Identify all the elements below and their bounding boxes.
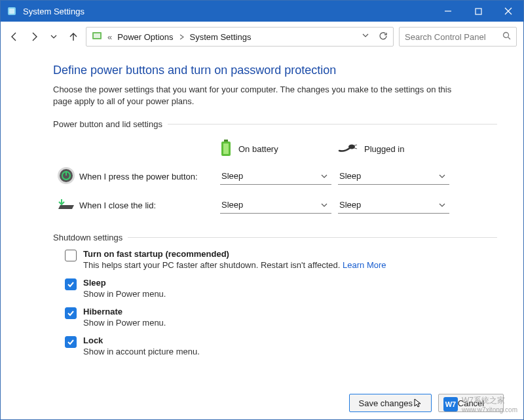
chevron-down-icon	[321, 202, 328, 208]
select-power-button-plugged[interactable]: Sleep	[338, 168, 449, 185]
svg-line-15	[354, 148, 357, 149]
select-power-button-plugged-value: Sleep	[339, 171, 361, 181]
select-close-lid-battery[interactable]: Sleep	[220, 197, 331, 214]
checkbox-lock[interactable]	[65, 336, 77, 348]
svg-rect-7	[94, 33, 100, 38]
group-power-button-lid: Power button and lid settings	[53, 119, 497, 129]
chevron-down-icon	[439, 173, 445, 180]
column-plugged-in-label: Plugged in	[364, 144, 404, 154]
option-hibernate-title: Hibernate	[83, 307, 166, 316]
checkbox-fast-startup[interactable]	[65, 250, 77, 261]
save-changes-button[interactable]: Save changes	[349, 394, 432, 412]
select-power-button-battery[interactable]: Sleep	[220, 168, 331, 185]
svg-point-8	[504, 33, 509, 38]
power-button-icon	[57, 166, 75, 187]
forward-button[interactable]	[27, 29, 41, 44]
row-close-lid-label: When I close the lid:	[79, 200, 220, 210]
window-title: System Settings	[23, 7, 84, 16]
chevron-down-icon	[439, 202, 445, 208]
page-heading: Define power buttons and turn on passwor…	[53, 64, 497, 77]
group-power-button-lid-label: Power button and lid settings	[53, 119, 162, 129]
plug-icon	[338, 143, 358, 155]
svg-line-14	[354, 145, 357, 145]
row-close-lid: When I close the lid: Sleep Sleep	[53, 191, 497, 220]
power-settings-grid: On battery Plugged in When I press the p…	[53, 136, 497, 220]
checkbox-hibernate[interactable]	[65, 307, 77, 319]
back-button[interactable]	[7, 29, 22, 44]
select-close-lid-plugged[interactable]: Sleep	[338, 197, 449, 214]
breadcrumb-power-options[interactable]: Power Options	[117, 32, 173, 42]
battery-icon	[220, 140, 232, 159]
option-fast-startup-title: Turn on fast startup (recommended)	[83, 249, 386, 259]
close-button[interactable]	[493, 1, 523, 22]
up-button[interactable]	[66, 29, 81, 44]
column-on-battery-label: On battery	[238, 144, 278, 154]
option-hibernate-subtitle: Show in Power menu.	[83, 318, 166, 328]
svg-point-13	[348, 144, 355, 149]
row-power-button-label: When I press the power button:	[79, 172, 220, 181]
option-fast-startup: Turn on fast startup (recommended) This …	[65, 249, 497, 270]
window-frame: System Settings « Power Options System S…	[0, 0, 524, 420]
column-on-battery: On battery	[220, 140, 338, 159]
app-icon	[6, 5, 18, 17]
svg-rect-12	[223, 143, 229, 154]
refresh-button[interactable]	[379, 31, 388, 43]
group-shutdown-settings-label: Shutdown settings	[53, 233, 122, 242]
search-placeholder: Search Control Panel	[405, 32, 497, 42]
breadcrumb-root-sep: «	[107, 32, 112, 42]
svg-rect-1	[9, 9, 14, 14]
control-panel-icon	[92, 31, 102, 43]
search-icon	[502, 31, 511, 42]
option-hibernate: Hibernate Show in Power menu.	[65, 307, 497, 328]
option-lock-title: Lock	[83, 335, 200, 345]
titlebar: System Settings	[1, 1, 523, 22]
checkbox-sleep[interactable]	[65, 278, 77, 290]
address-dropdown-button[interactable]	[362, 31, 369, 43]
maximize-button[interactable]	[463, 1, 493, 22]
shutdown-options: Turn on fast startup (recommended) This …	[53, 249, 497, 356]
cursor-icon	[414, 398, 422, 408]
toolbar: « Power Options System Settings Search C…	[1, 22, 523, 52]
lid-icon	[56, 197, 76, 214]
svg-rect-3	[476, 9, 481, 14]
option-lock-subtitle: Show in account picture menu.	[83, 347, 200, 356]
option-lock: Lock Show in account picture menu.	[65, 335, 497, 356]
content-area: Define power buttons and turn on passwor…	[1, 52, 523, 387]
group-shutdown-settings: Shutdown settings	[53, 233, 497, 242]
row-power-button: When I press the power button: Sleep Sle…	[53, 162, 497, 191]
search-box[interactable]: Search Control Panel	[399, 27, 517, 47]
option-sleep-title: Sleep	[83, 278, 166, 288]
minimize-button[interactable]	[433, 1, 463, 22]
option-fast-startup-subtitle: This helps start your PC faster after sh…	[83, 260, 386, 270]
cancel-button[interactable]: Cancel	[438, 394, 504, 412]
select-close-lid-battery-value: Sleep	[221, 200, 243, 210]
chevron-down-icon	[321, 173, 328, 180]
column-plugged-in: Plugged in	[338, 143, 456, 155]
learn-more-link[interactable]: Learn More	[343, 260, 386, 270]
breadcrumb-system-settings[interactable]: System Settings	[190, 32, 252, 42]
page-description: Choose the power settings that you want …	[53, 84, 472, 107]
chevron-right-icon	[179, 32, 185, 42]
option-sleep-subtitle: Show in Power menu.	[83, 289, 166, 299]
save-changes-label: Save changes	[359, 398, 413, 408]
svg-line-9	[508, 37, 511, 40]
select-close-lid-plugged-value: Sleep	[339, 200, 361, 210]
footer: Save changes Cancel	[1, 387, 523, 419]
recent-dropdown-button[interactable]	[47, 29, 61, 44]
svg-rect-10	[224, 140, 228, 142]
select-power-button-battery-value: Sleep	[221, 171, 243, 181]
address-bar[interactable]: « Power Options System Settings	[86, 27, 394, 47]
option-sleep: Sleep Show in Power menu.	[65, 278, 497, 299]
